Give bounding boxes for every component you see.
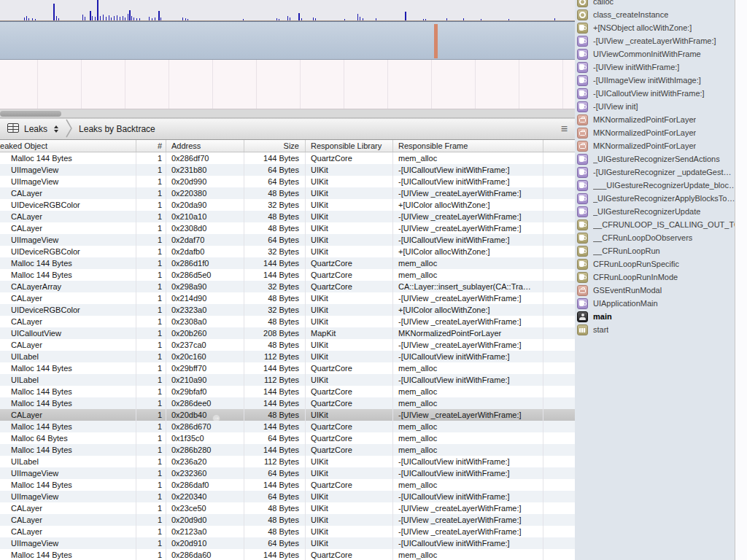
allocation-spike: [279, 19, 279, 20]
cell-address: 0x20d990: [166, 176, 244, 187]
allocation-spike: [481, 19, 481, 20]
table-row[interactable]: Malloc 144 Bytes10x29bfaf0144 BytesQuart…: [0, 386, 575, 397]
table-row[interactable]: UIDeviceRGBColor10x2323a032 BytesUIKit+[…: [0, 304, 575, 316]
column-header-address[interactable]: Address: [166, 140, 244, 152]
stack-frame-item[interactable]: -[UIView initWithFrame:]: [575, 61, 735, 74]
cell-frame: mem_alloc: [393, 269, 543, 281]
table-row[interactable]: Malloc 144 Bytes10x286dee0144 BytesQuart…: [0, 397, 575, 409]
table-row[interactable]: UIImageView10x22034064 BytesUIKit-[UICal…: [0, 491, 575, 502]
table-row[interactable]: CALayer10x20d9d048 BytesUIKit-[UIView _c…: [0, 514, 575, 526]
stack-frame-item[interactable]: MKNormalizedPointForLayer: [575, 139, 735, 152]
stack-frame-item[interactable]: _UIGestureRecognizerSendActions: [575, 152, 735, 166]
table-row[interactable]: CALayer10x214d9048 BytesUIKit-[UIView _c…: [0, 292, 575, 304]
table-row[interactable]: CALayer10x22038048 BytesUIKit-[UIView _c…: [0, 187, 575, 199]
allocation-spike: [95, 17, 96, 20]
focus-arrow-icon[interactable]: →: [212, 414, 220, 421]
allocation-spike: [182, 18, 183, 20]
table-row[interactable]: Malloc 144 Bytes10x286daf0144 BytesQuart…: [0, 479, 575, 491]
stack-frame-item[interactable]: MKNormalizedPointForLayer: [575, 113, 735, 126]
table-row[interactable]: UICalloutView10x20b260208 BytesMapKitMKN…: [0, 327, 575, 339]
stack-frame-item[interactable]: +[NSObject allocWithZone:]: [575, 21, 735, 34]
table-row[interactable]: Malloc 144 Bytes10x29bff70144 BytesQuart…: [0, 362, 575, 374]
table-row[interactable]: UIDeviceRGBColor10x2dafb032 BytesUIKit+[…: [0, 246, 575, 257]
column-header-library[interactable]: Responsible Library: [306, 140, 393, 152]
stack-frame-item[interactable]: _UIGestureRecognizerApplyBlocksTo…: [575, 192, 735, 205]
table-row[interactable]: UILabel10x236a20112 BytesUIKit-[UICallou…: [0, 456, 575, 467]
stack-frame-item[interactable]: -[UIView _createLayerWithFrame:]: [575, 34, 735, 47]
stack-frame-item[interactable]: _UIGestureRecognizerUpdate: [575, 205, 735, 218]
table-row[interactable]: UIImageView10x23236064 BytesUIKit-[UICal…: [0, 467, 575, 479]
allocation-spike: [24, 18, 25, 20]
table-row[interactable]: UIImageView10x231b8064 BytesUIKit-[UICal…: [0, 164, 575, 176]
cell-address: 0x231b80: [166, 164, 244, 176]
stack-frame-item[interactable]: -[UIView init]: [575, 100, 735, 113]
stack-frame-item[interactable]: CFRunLoopRunInMode: [575, 271, 735, 284]
table-row[interactable]: UILabel10x20c160112 BytesUIKit-[UICallou…: [0, 351, 575, 362]
stack-frame-label: -[UICalloutView initWithFrame:]: [593, 89, 705, 98]
cell-frame: -[UICalloutView initWithFrame:]: [393, 164, 543, 176]
cell-address: 0x20db40→: [166, 409, 244, 421]
table-row[interactable]: Malloc 144 Bytes10x286df70144 BytesQuart…: [0, 152, 575, 164]
table-row[interactable]: UILabel10x210a90112 BytesUIKit-[UICallou…: [0, 374, 575, 386]
detail-view-selector[interactable]: Leaks: [7, 123, 58, 135]
table-row[interactable]: Malloc 144 Bytes10x286d1f0144 BytesQuart…: [0, 257, 575, 269]
allocation-spike: [446, 18, 447, 20]
stack-frame-item[interactable]: ___UIGestureRecognizerUpdate_bloc…: [575, 179, 735, 192]
table-row[interactable]: CALayer10x2123a048 BytesUIKit-[UIView _c…: [0, 526, 575, 537]
stack-frame-item[interactable]: UIViewCommonInitWithFrame: [575, 47, 735, 61]
timeline-inspection-marker[interactable]: [434, 24, 438, 58]
table-row[interactable]: Malloc 64 Bytes10x1f35c064 BytesQuartzCo…: [0, 432, 575, 444]
stack-frame-item[interactable]: class_createInstance: [575, 8, 735, 21]
column-header-count[interactable]: #: [136, 140, 166, 152]
stack-frame-item[interactable]: GSEventRunModal: [575, 284, 735, 297]
cell-size: 48 Bytes: [244, 409, 306, 421]
stack-frame-item[interactable]: __CFRunLoopRun: [575, 244, 735, 257]
table-row[interactable]: CALayer10x210a1048 BytesUIKit-[UIView _c…: [0, 211, 575, 222]
timeline-grid-track[interactable]: [0, 60, 575, 109]
cell-count: 1: [136, 234, 166, 246]
table-row[interactable]: CALayerArray10x298a9032 BytesQuartzCoreC…: [0, 281, 575, 292]
column-header-size[interactable]: Size: [244, 140, 306, 152]
stack-frame-item[interactable]: -[UIGestureRecognizer _updateGest…: [575, 166, 735, 179]
table-row[interactable]: Malloc 144 Bytes10x286d5e0144 BytesQuart…: [0, 269, 575, 281]
table-row[interactable]: UIImageView10x20d91064 BytesUIKit-[UICal…: [0, 537, 575, 549]
hamburger-menu-icon[interactable]: ≡: [561, 119, 568, 139]
scrollbar-thumb[interactable]: [0, 111, 61, 117]
timeline-horizontal-scrollbar[interactable]: [0, 109, 575, 118]
stack-frame-item[interactable]: -[UIImageView initWithImage:]: [575, 74, 735, 87]
table-row[interactable]: CALayer10x2308a048 BytesUIKit-[UIView _c…: [0, 316, 575, 327]
table-row[interactable]: Malloc 144 Bytes10x286da60144 BytesQuart…: [0, 549, 575, 560]
table-row[interactable]: Malloc 144 Bytes10x286b280144 BytesQuart…: [0, 444, 575, 456]
cell-address: 0x220380: [166, 187, 244, 199]
table-row[interactable]: CALayer10x2308d048 BytesUIKit-[UIView _c…: [0, 222, 575, 234]
table-row[interactable]: CALayer10x237ca048 BytesUIKit-[UIView _c…: [0, 339, 575, 351]
column-header-object[interactable]: Leaked Object: [0, 140, 136, 152]
table-row[interactable]: UIDeviceRGBColor10x20da9032 BytesUIKit+[…: [0, 199, 575, 211]
cell-address: 0x236a20: [166, 456, 244, 467]
table-row[interactable]: CALayer10x23ce5048 BytesUIKit-[UIView _c…: [0, 502, 575, 514]
cell-library: UIKit: [306, 164, 393, 176]
stack-frame-item[interactable]: -[UICalloutView initWithFrame:]: [575, 87, 735, 100]
table-row[interactable]: CALayer10x20db40→48 BytesUIKit-[UIView _…: [0, 409, 575, 421]
stack-frame-item[interactable]: __CFRunLoopDoObservers: [575, 231, 735, 244]
cell-blank: [543, 316, 575, 327]
stack-frame-item[interactable]: start: [575, 323, 735, 336]
stack-frame-item[interactable]: calloc: [575, 0, 735, 8]
allocation-spike: [158, 11, 160, 20]
table-row[interactable]: UIImageView10x20d99064 BytesUIKit-[UICal…: [0, 176, 575, 187]
table-row[interactable]: Malloc 144 Bytes10x286d670144 BytesQuart…: [0, 421, 575, 432]
leaks-timeline-track[interactable]: [0, 21, 575, 60]
stack-frame-item[interactable]: MKNormalizedPointForLayer: [575, 126, 735, 139]
table-row[interactable]: UIImageView10x2daf7064 BytesUIKit-[UICal…: [0, 234, 575, 246]
stack-frame-item[interactable]: CFRunLoopRunSpecific: [575, 257, 735, 271]
allocation-spikes-track[interactable]: [0, 0, 575, 21]
stack-frame-item[interactable]: __CFRUNLOOP_IS_CALLING_OUT_TO…: [575, 218, 735, 231]
allocation-spike: [117, 15, 117, 20]
stack-frame-item[interactable]: UIApplicationMain: [575, 297, 735, 310]
cell-count: 1: [136, 549, 166, 560]
sidebar-scrollbar-track[interactable]: [735, 0, 747, 560]
breadcrumb[interactable]: Leaks by Backtrace: [79, 124, 155, 134]
cell-count: 1: [136, 257, 166, 269]
column-header-frame[interactable]: Responsible Frame: [393, 140, 543, 152]
stack-frame-item[interactable]: main: [575, 310, 735, 323]
